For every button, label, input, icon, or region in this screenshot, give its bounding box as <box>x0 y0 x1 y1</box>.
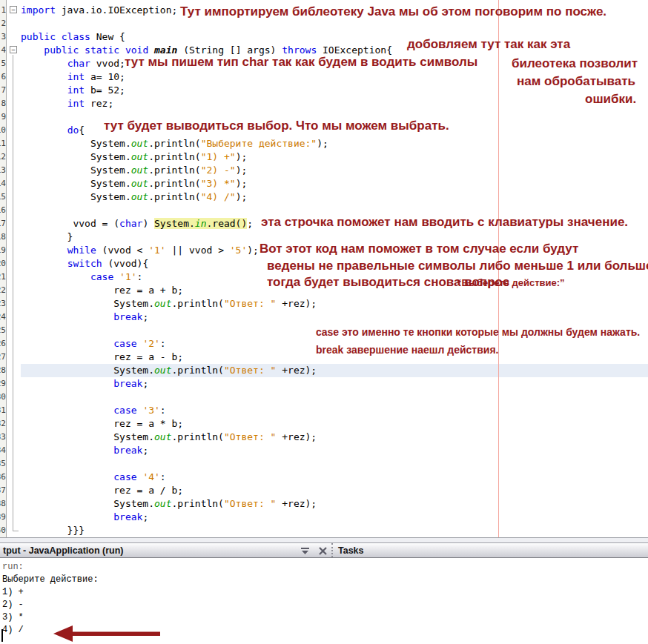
line-number: 12 <box>0 150 6 164</box>
line-number: 26 <box>0 337 6 351</box>
code-line: break; <box>21 311 648 324</box>
line-number: 28 <box>0 364 6 377</box>
tasks-label: Tasks <box>338 545 364 556</box>
code-line: rez = a / b; <box>21 484 648 497</box>
line-number: 6 <box>0 70 6 84</box>
line-number: 25 <box>0 324 6 337</box>
code-line: System.out.println("4) /"); <box>21 190 648 204</box>
annotation-text: тут мы пишем тип char так как будем в во… <box>125 55 477 70</box>
line-number: 15 <box>0 190 6 204</box>
line-number: 29 <box>0 377 6 391</box>
line-number: 27 <box>0 351 6 364</box>
code-line: break; <box>21 377 648 391</box>
line-number-gutter: 1234567891011121314151617181920212223242… <box>0 0 7 537</box>
code-line: System.out.println("Ответ: " +rez); <box>21 297 648 311</box>
line-number: 19 <box>0 244 6 257</box>
minimize-icon[interactable] <box>300 545 311 557</box>
code-fold-column: − − <box>7 0 21 537</box>
line-number: 24 <box>0 311 6 324</box>
annotation-text: break завершение наешл действия. <box>316 344 498 356</box>
annotation-text: Вот этот код нам поможет в том случае ес… <box>259 242 578 256</box>
line-number: 11 <box>0 137 6 150</box>
output-line: Выберите действие: <box>2 574 648 586</box>
output-line: 3) * <box>2 611 648 624</box>
code-line <box>21 391 648 404</box>
code-line: System.out.println("1) +"); <box>21 150 648 164</box>
line-number: 23 <box>0 297 6 311</box>
code-line: break; <box>21 444 648 457</box>
line-number: 3 <box>0 30 6 44</box>
fold-collapse-icon[interactable]: − <box>10 6 17 13</box>
annotation-text: case это именно те кнопки которые мы дол… <box>316 326 640 338</box>
output-line: 1) + <box>2 586 648 599</box>
line-number: 30 <box>0 391 6 404</box>
line-number: 14 <box>0 177 6 190</box>
line-number: 31 <box>0 404 6 417</box>
line-number: 38 <box>0 497 6 511</box>
line-number: 18 <box>0 230 6 244</box>
annotation-text: эта строчка поможет нам вводить с клавиа… <box>261 215 628 230</box>
annotation-text: добовляем тут так как эта <box>407 37 570 52</box>
line-number: 8 <box>0 97 6 110</box>
code-line: System.out.println("2) -"); <box>21 164 648 177</box>
line-number: 20 <box>0 257 6 270</box>
annotation-text: билеотека позволит <box>512 56 638 71</box>
code-line: case '3': <box>21 404 648 417</box>
code-line: break; <box>21 511 648 524</box>
code-line: }}} <box>21 524 648 537</box>
arrow-annotation <box>53 624 162 643</box>
fold-collapse-icon[interactable]: − <box>10 46 17 53</box>
panel-separator <box>0 537 648 543</box>
line-number: 39 <box>0 511 6 524</box>
line-number: 4 <box>0 44 6 57</box>
line-number: 21 <box>0 270 6 284</box>
code-line: int rez; <box>21 97 648 110</box>
code-line: System.out.println("3) *"); <box>21 177 648 190</box>
line-number: 33 <box>0 431 6 444</box>
code-line: System.out.println("Ответ: " +rez); <box>21 497 648 511</box>
tab-output-javaapplication-run[interactable]: tput - JavaApplication (run) <box>3 545 124 556</box>
output-tab-bar: tput - JavaApplication (run) Tasks <box>0 543 648 558</box>
annotation-text: ошибки. <box>585 92 636 107</box>
output-line: run: <box>2 561 648 574</box>
text-cursor <box>1 629 3 642</box>
line-number: 5 <box>0 57 6 70</box>
tab-tasks[interactable]: Tasks <box>331 543 364 557</box>
line-number: 2 <box>0 17 6 30</box>
line-number: 37 <box>0 484 6 497</box>
line-number: 34 <box>0 444 6 457</box>
line-number: 36 <box>0 471 6 484</box>
line-number: 32 <box>0 417 6 431</box>
code-line <box>21 457 648 471</box>
code-line: case '4': <box>21 471 648 484</box>
line-number: 7 <box>0 84 6 97</box>
line-number: 40 <box>0 524 6 537</box>
annotation-text: нам обробатывать <box>517 74 635 89</box>
line-number: 16 <box>0 204 6 217</box>
annotation-text: ведены не правельные символы либо меньше… <box>267 259 648 273</box>
fold-guide-line <box>13 55 13 531</box>
code-line: System.out.println("Ответ: " +rez); <box>21 364 648 377</box>
line-number: 10 <box>0 124 6 137</box>
code-line: System.out.println("Ответ: " +rez); <box>21 431 648 444</box>
code-line: System.out.println("Выберите действие:")… <box>21 137 648 150</box>
fold-guide-foot <box>13 531 19 531</box>
line-number: 1 <box>0 4 6 17</box>
line-number: 17 <box>0 217 6 230</box>
line-number: 22 <box>0 284 6 297</box>
annotation-text: Тут импортируем библеотеку Java мы об эт… <box>180 4 606 19</box>
output-line: 2) - <box>2 599 648 611</box>
code-line: rez = a * b; <box>21 417 648 431</box>
annotation-text: тут будет выводиться выбор. Что мы можем… <box>104 119 449 133</box>
line-number: 9 <box>0 110 6 124</box>
close-icon[interactable] <box>317 545 328 557</box>
line-number: 13 <box>0 164 6 177</box>
line-number: 35 <box>0 457 6 471</box>
annotation-text: “Выберете действие:” <box>457 277 565 288</box>
